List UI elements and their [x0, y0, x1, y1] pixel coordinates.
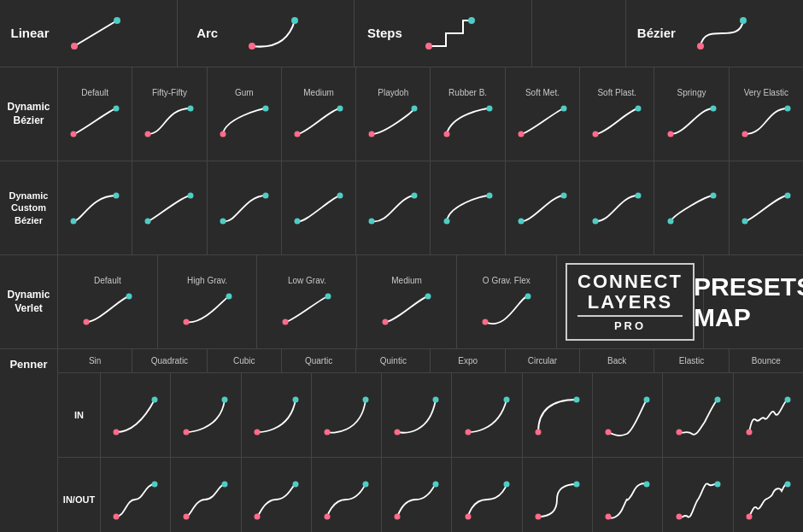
curve-db-fifty [139, 102, 199, 140]
logo-pro-text: PRO [577, 319, 683, 332]
cell-db-default: Default [58, 67, 132, 161]
svg-point-86 [363, 482, 369, 488]
curve-quint-inout [389, 474, 444, 525]
cell-dv-highgrav: High Grav. [158, 255, 258, 348]
svg-point-6 [468, 17, 475, 24]
svg-point-35 [295, 219, 301, 225]
svg-point-84 [292, 482, 298, 488]
svg-point-73 [606, 430, 612, 436]
cell-dcb-7 [506, 161, 580, 254]
lbl-db-rubber: Rubber B. [448, 88, 487, 98]
cell-bounce-in [734, 373, 803, 457]
svg-point-37 [369, 219, 375, 225]
svg-point-95 [676, 514, 682, 520]
svg-point-8 [740, 17, 747, 24]
ph-sin: Sin [58, 349, 132, 372]
cell-quart-inout [312, 458, 382, 532]
svg-point-32 [188, 193, 194, 199]
cell-linear: Linear [0, 0, 178, 67]
curve-db-softmet [513, 102, 572, 140]
svg-point-62 [222, 397, 228, 403]
connect-layers-logo: CONNECT LAYERS PRO [566, 263, 695, 341]
svg-point-21 [518, 132, 524, 137]
curve-circ-inout [530, 474, 585, 525]
label-in: IN [58, 373, 101, 457]
svg-point-42 [560, 193, 566, 199]
curve-sin-inout [108, 474, 163, 525]
svg-point-53 [283, 319, 289, 325]
svg-point-57 [482, 319, 488, 325]
lbl-dv-ograv: O Grav. Flex [483, 276, 530, 286]
cell-dv-default: Default [58, 255, 158, 348]
cell-dcb-8 [580, 161, 654, 254]
svg-point-89 [465, 514, 471, 520]
svg-point-79 [114, 514, 120, 520]
curve-dcb-5 [363, 189, 423, 227]
curve-elastic-inout [671, 474, 726, 525]
curve-dcb-3 [214, 189, 274, 227]
label-dynamic-bezier: DynamicBézier [0, 67, 58, 161]
svg-point-52 [226, 294, 232, 300]
svg-point-83 [254, 514, 260, 520]
row-main-curves: Linear Arc Steps Bézier [0, 0, 803, 67]
penner-in-cells [101, 373, 803, 457]
logo-layers-text: LAYERS [577, 292, 683, 313]
cell-dcb-4 [282, 161, 356, 254]
svg-point-30 [114, 193, 120, 199]
curve-bezier [688, 12, 756, 55]
svg-point-11 [145, 132, 151, 137]
svg-point-31 [145, 219, 151, 225]
svg-point-26 [710, 106, 716, 112]
curve-back-in [600, 389, 655, 441]
cell-bezier: Bézier [626, 0, 803, 67]
label-linear: Linear [9, 26, 51, 41]
presets-map-text: PRESETSMAP [681, 272, 803, 333]
cell-db-playdoh: Playdoh [356, 67, 431, 161]
svg-point-4 [291, 17, 298, 24]
curve-linear [62, 12, 130, 55]
penner-headers: Sin Quadratic Cubic Quartic Quintic Expo… [58, 349, 803, 373]
svg-point-93 [606, 514, 612, 520]
curve-dcb-1 [65, 189, 125, 227]
label-dynamic-verlet: DynamicVerlet [0, 255, 58, 348]
curve-back-inout [600, 474, 655, 525]
lbl-db-medium: Medium [303, 88, 334, 98]
svg-point-36 [337, 193, 343, 199]
curve-dv-medium [377, 289, 437, 328]
svg-point-5 [425, 43, 432, 50]
curve-expo-in [460, 389, 515, 441]
cell-quint-inout [382, 458, 452, 532]
ph-circular: Circular [506, 349, 580, 372]
svg-point-47 [741, 219, 747, 225]
svg-point-66 [363, 397, 369, 403]
svg-point-39 [443, 219, 449, 225]
svg-point-48 [784, 193, 790, 199]
cell-sin-in [101, 373, 171, 457]
svg-point-45 [667, 219, 673, 225]
label-bezier: Bézier [635, 26, 677, 41]
svg-point-81 [184, 514, 190, 520]
cell-expo-inout [452, 458, 522, 532]
cell-db-fifty: Fifty-Fifty [132, 67, 207, 161]
curve-db-elastic [736, 102, 796, 140]
penner-inout-cells [101, 458, 803, 532]
curve-db-gum [214, 102, 274, 140]
lbl-db-softmet: Soft Met. [525, 88, 560, 98]
cells-dynamic-bezier: Default Fifty-Fifty Gum [58, 67, 803, 161]
ph-expo: Expo [431, 349, 505, 372]
curve-dcb-8 [587, 189, 647, 227]
svg-point-29 [71, 219, 77, 225]
ph-quartic: Quartic [282, 349, 356, 372]
cell-quint-in [382, 373, 452, 457]
curve-dcb-10 [736, 189, 796, 227]
svg-point-18 [412, 106, 418, 112]
svg-point-54 [325, 294, 331, 300]
row-penner: Penner Sin Quadratic Cubic Quartic Quint… [0, 349, 803, 532]
svg-point-72 [573, 397, 579, 403]
svg-point-70 [503, 397, 509, 403]
lbl-dv-highgrav: High Grav. [187, 276, 227, 286]
svg-point-38 [412, 193, 418, 199]
curve-db-springy [662, 102, 722, 140]
penner-inout-row: IN/OUT [58, 458, 803, 532]
row-dynamic-custom-bezier: DynamicCustomBézier [0, 161, 803, 255]
